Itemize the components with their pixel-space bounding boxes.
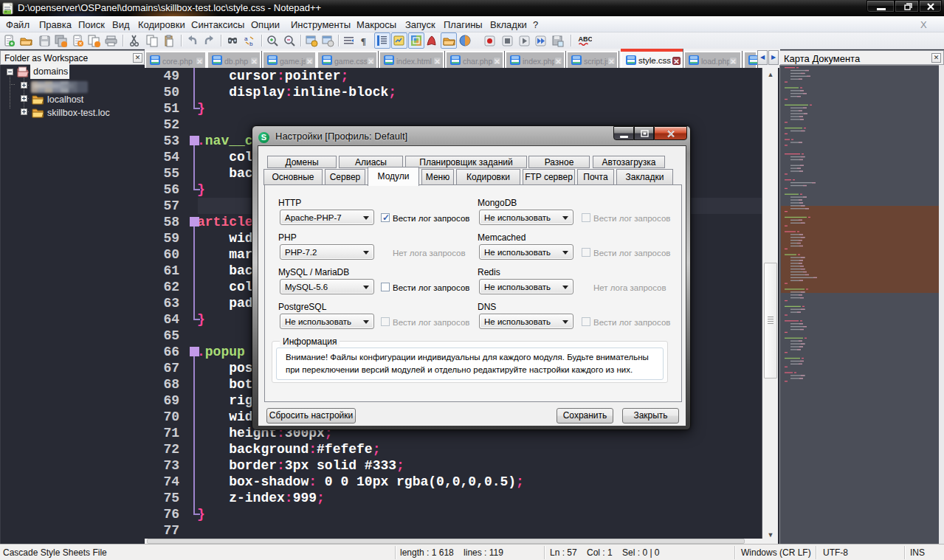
svg-text:ABC: ABC [579, 35, 593, 43]
svg-text:a: a [244, 35, 248, 42]
svg-text:b: b [249, 41, 253, 47]
svg-text:¶: ¶ [361, 35, 366, 46]
